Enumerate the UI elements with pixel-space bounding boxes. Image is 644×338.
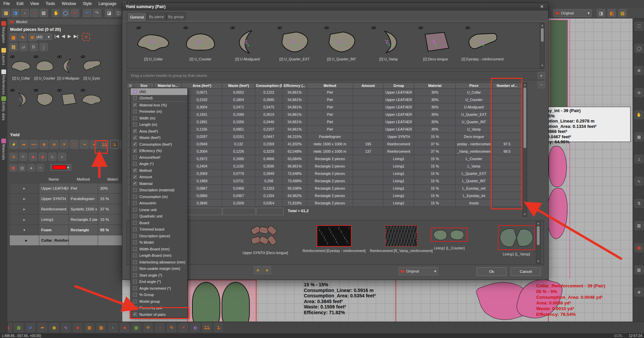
add-style-icon[interactable]: ◧ — [608, 9, 616, 17]
column-option-pieces-by-pair[interactable]: Pieces by pair — [131, 305, 187, 311]
menu-tools[interactable]: Tools — [42, 0, 58, 8]
piece-b-icon[interactable]: Ƅ — [48, 153, 56, 161]
view-tool-icon[interactable]: ◈ — [635, 288, 643, 296]
column-header--[interactable]: ✳ — [127, 83, 134, 89]
column-option-quadratic-unit[interactable]: Quadratic unit — [131, 213, 187, 220]
column-option--sorted-[interactable]: (Sorted) — [131, 95, 187, 102]
row-expander[interactable]: ▾ — [10, 225, 39, 235]
ok-button[interactable]: Ok — [476, 267, 507, 276]
nested-piece-green[interactable] — [549, 19, 568, 109]
row-expander[interactable]: ▸ — [10, 214, 39, 225]
checkbox[interactable] — [133, 306, 137, 310]
column-option-angle-[interactable]: Angle (°) — [131, 161, 187, 167]
column-option-interlocking-allowance-mm-[interactable]: Interlocking allowance (mm) — [131, 259, 187, 265]
material-row[interactable]: ▸ReinforcementSyntetic 1500 x 1000 r37 % — [10, 204, 128, 214]
zoom-magnifier-icon[interactable]: ◯ — [61, 9, 70, 17]
checkbox[interactable] — [133, 247, 137, 251]
checkbox[interactable]: ✓ — [133, 175, 137, 179]
checkbox[interactable]: ✓ — [133, 103, 137, 107]
column-header-material-lo-[interactable]: Material lo... — [154, 83, 182, 89]
yield-piece-thumbnail[interactable]: [2] U_Counter — [179, 25, 222, 61]
menu-view[interactable]: View — [27, 0, 42, 8]
column-option-length-m-[interactable]: Length (m) — [131, 122, 187, 128]
save-style-icon[interactable]: ◨ — [597, 9, 605, 17]
import-model-icon[interactable]: ◗ — [21, 9, 29, 17]
column-header-group[interactable]: Group — [383, 83, 414, 89]
checkbox[interactable] — [133, 267, 137, 271]
flip-piece-icon[interactable]: ⇄ — [19, 43, 28, 51]
checkbox[interactable] — [133, 273, 137, 277]
view-tool-icon[interactable]: ◯ — [635, 44, 643, 53]
prev-piece-icon[interactable]: ◀ — [61, 34, 65, 39]
nesting-tool-icon[interactable]: ◉ — [50, 323, 58, 332]
nesting-tool-icon[interactable]: ◆ — [120, 323, 129, 332]
view-tool-icon[interactable]: ▨ — [635, 265, 643, 274]
yield-column-header[interactable]: Method — [68, 176, 98, 183]
curve-remove-icon[interactable]: ↩ — [90, 140, 99, 149]
nesting-tool-icon[interactable]: ▧ — [14, 323, 23, 332]
nesting-tool-icon[interactable]: ▥ — [97, 323, 105, 332]
checkbox[interactable] — [133, 188, 137, 192]
undo-icon[interactable]: ↶ — [83, 9, 91, 17]
model-piece-thumbnail[interactable] — [34, 87, 56, 109]
checkbox[interactable] — [133, 123, 137, 127]
nest-arrow-icon[interactable]: ⮕ — [19, 140, 28, 149]
last-piece-icon[interactable]: ▶| — [74, 34, 78, 39]
yield-pairs-icon[interactable]: ꝜꝜ — [100, 140, 109, 149]
nesting-tool-icon[interactable]: Ꝝ — [214, 323, 223, 332]
checkbox[interactable] — [133, 96, 137, 100]
view-tool-icon[interactable]: ⛶ — [635, 22, 643, 31]
view-tool-icon[interactable]: ✋ — [635, 110, 643, 119]
column-option-angle-increment-[interactable]: Angle increment (°) — [131, 285, 187, 292]
column-header-efficiency-[interactable]: Efficiency (... — [283, 83, 307, 89]
curve-s-icon[interactable]: ∫ — [40, 43, 48, 51]
document-icon[interactable]: ▤ — [40, 9, 48, 17]
save-icon[interactable]: ◨ — [11, 9, 19, 17]
checkbox[interactable] — [133, 195, 137, 199]
split-x-icon[interactable]: ✕ — [60, 140, 68, 149]
checkbox[interactable] — [133, 109, 137, 113]
export-model-icon[interactable]: ◖ — [30, 9, 38, 17]
column-option-efficiency-[interactable]: ✓Efficiency (%) — [131, 148, 187, 154]
checkbox[interactable] — [133, 253, 137, 257]
column-option-non-usable-margin-mm-[interactable]: Non-usable margin (mm) — [131, 265, 187, 272]
column-option-number-of-pairs[interactable]: ✓Number of pairs — [131, 311, 187, 318]
checkbox[interactable] — [133, 214, 137, 218]
curve-add-icon[interactable]: ↪ — [80, 140, 89, 149]
material-row[interactable]: ▸Upper LEATHERPiel30% — [10, 183, 128, 194]
yield-piece-thumbnail[interactable]: [2] U-Mudguard — [226, 25, 269, 61]
marker-b-icon[interactable]: ◈ — [39, 153, 47, 161]
refresh-icon[interactable]: ⟳ — [19, 153, 27, 161]
column-header-waste-feet-[interactable]: Waste (feet²) — [222, 83, 255, 89]
nesting-tool-icon[interactable]: ◎ — [191, 323, 199, 332]
remove-column-button[interactable]: − — [538, 81, 545, 88]
row-expander[interactable]: ▸ — [10, 204, 39, 214]
material-color-dropdown[interactable]: ▾ — [50, 164, 71, 171]
checkbox[interactable] — [133, 240, 137, 244]
settings-gear-plus-icon[interactable]: ✳ — [263, 266, 271, 274]
remove-material-row-icon[interactable]: ▤ — [18, 164, 26, 172]
model-piece-thumbnail[interactable] — [57, 87, 79, 109]
menu-style[interactable]: Style — [80, 0, 95, 8]
nest-flash-icon[interactable]: ⚡ — [9, 140, 18, 149]
style-selector-dropdown[interactable]: Original ▾ — [553, 9, 592, 17]
menu-window[interactable]: Window — [58, 0, 80, 8]
checkbox[interactable] — [133, 227, 137, 231]
material-row[interactable]: ▾FoamRectangle05 % — [10, 225, 128, 235]
pan-hand-icon[interactable]: ✋ — [52, 9, 60, 17]
checkbox[interactable]: ✓ — [133, 168, 137, 173]
minus-icon[interactable]: − — [37, 164, 44, 172]
checkbox[interactable] — [133, 162, 137, 166]
nesting-tool-icon[interactable]: ↻ — [167, 323, 176, 332]
column-option-description-piece-[interactable]: Description (piece) — [131, 233, 187, 239]
column-option-consumption-m-[interactable]: Consumption (m) — [131, 193, 187, 200]
checkbox[interactable] — [133, 208, 137, 212]
checkbox[interactable] — [133, 280, 137, 284]
checkbox[interactable]: ✓ — [133, 136, 137, 140]
model-panel-header[interactable]: Model — [7, 18, 122, 25]
model-piece-thumbnail[interactable] — [10, 87, 32, 109]
checkbox[interactable]: ✓ — [133, 149, 137, 153]
dialog-title-bar[interactable]: Yield summary (Pair) ✕ — [122, 3, 548, 10]
column-option--group[interactable]: % Group — [131, 292, 187, 298]
bottom-strip-scrollbar[interactable]: ▲▼ — [536, 221, 541, 264]
